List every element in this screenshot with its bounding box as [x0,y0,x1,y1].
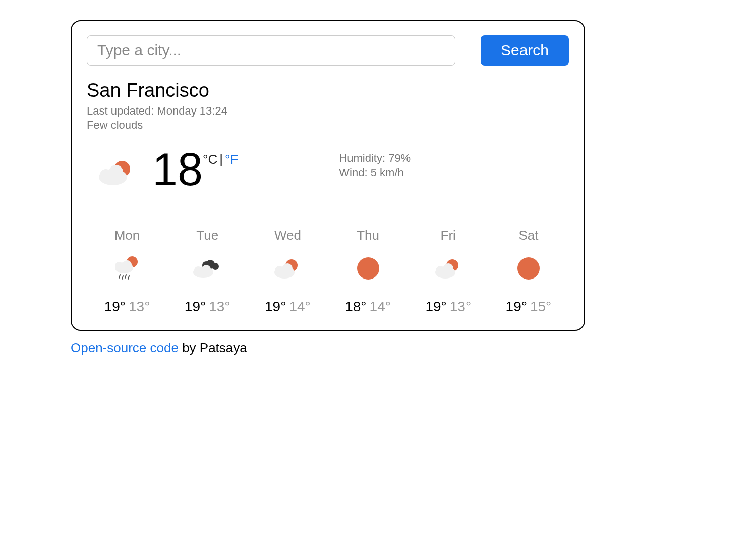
wind-label: Wind: [339,166,370,179]
last-updated-value: Monday 13:24 [157,104,227,117]
forecast-low: 14° [370,299,391,314]
svg-line-10 [125,275,126,278]
humidity-value: 79% [388,152,411,164]
last-updated-prefix: Last updated: [87,104,157,117]
svg-point-27 [517,257,540,280]
forecast-high: 19° [506,299,527,314]
forecast-temps: 19°13° [425,299,471,315]
current-temp: 18 [152,147,203,192]
forecast-day-label: Sat [518,228,538,243]
svg-point-22 [357,257,379,280]
forecast-temps: 19°13° [185,299,230,315]
forecast-day: Fri19°13° [413,228,484,315]
forecast-day-label: Mon [114,228,140,243]
forecast-day: Tue19°13° [172,228,243,315]
unit-fahrenheit[interactable]: °F [225,152,238,168]
forecast-row: Mon19°13°Tue19°13°Wed19°14°Thu18°14°Fri1… [87,228,569,315]
weather-card: Search San Francisco Last updated: Monda… [71,20,585,331]
forecast-day: Mon19°13° [92,228,162,315]
temperature-block: 18 °C | °F [152,147,238,192]
svg-line-8 [119,275,120,278]
forecast-day: Sat19°15° [493,228,564,315]
svg-point-3 [109,165,123,179]
svg-point-13 [212,263,219,270]
rain-sun-icon [112,253,142,284]
forecast-day-label: Wed [274,228,301,243]
forecast-high: 19° [104,299,126,314]
humidity-label: Humidity: [339,152,388,164]
svg-point-26 [443,263,453,273]
sunny-icon [356,253,381,284]
forecast-high: 19° [185,299,206,314]
svg-line-9 [122,276,123,279]
forecast-temps: 19°13° [104,299,150,315]
svg-line-11 [128,276,129,279]
weather-details: Humidity: 79% Wind: 5 km/h [339,152,411,180]
city-name: San Francisco [87,80,569,101]
svg-point-6 [115,262,123,270]
forecast-high: 18° [345,299,366,314]
forecast-day-label: Tue [196,228,218,243]
forecast-day: Thu18°14° [333,228,403,315]
partly-cloudy-icon [433,253,463,284]
wind-value: 5 km/h [371,166,404,179]
forecast-low: 13° [209,299,230,314]
weather-description: Few clouds [87,119,569,132]
svg-point-16 [194,266,202,274]
current-weather-icon [87,157,147,187]
forecast-day-label: Fri [441,228,456,243]
forecast-temps: 19°14° [265,299,311,315]
unit-celsius[interactable]: °C [203,152,217,168]
sunny-icon [516,253,541,284]
forecast-high: 19° [265,299,286,314]
footer: Open-source code by Patsaya [71,340,736,356]
current-conditions: 18 °C | °F Humidity: 79% Wind: 5 km/h [87,147,569,192]
forecast-day-label: Thu [357,228,379,243]
last-updated: Last updated: Monday 13:24 [87,104,569,118]
source-code-link[interactable]: Open-source code [71,340,179,355]
unit-separator: | [219,152,223,168]
cloudy-dark-icon [192,253,222,284]
forecast-low: 14° [289,299,310,314]
svg-point-7 [123,260,132,269]
svg-point-17 [202,265,211,274]
humidity: Humidity: 79% [339,152,411,165]
forecast-low: 13° [450,299,471,314]
svg-point-21 [282,263,293,273]
forecast-temps: 19°15° [506,299,552,315]
city-search-input[interactable] [87,35,455,66]
search-row: Search [87,35,569,66]
footer-author: by Patsaya [179,340,247,355]
forecast-temps: 18°14° [345,299,391,315]
unit-toggle: °C | °F [203,152,238,168]
wind: Wind: 5 km/h [339,166,411,179]
forecast-low: 15° [530,299,551,314]
forecast-day: Wed19°14° [252,228,323,315]
forecast-high: 19° [425,299,446,314]
search-button[interactable]: Search [481,35,569,66]
partly-cloudy-icon [272,253,303,284]
forecast-low: 13° [129,299,150,314]
